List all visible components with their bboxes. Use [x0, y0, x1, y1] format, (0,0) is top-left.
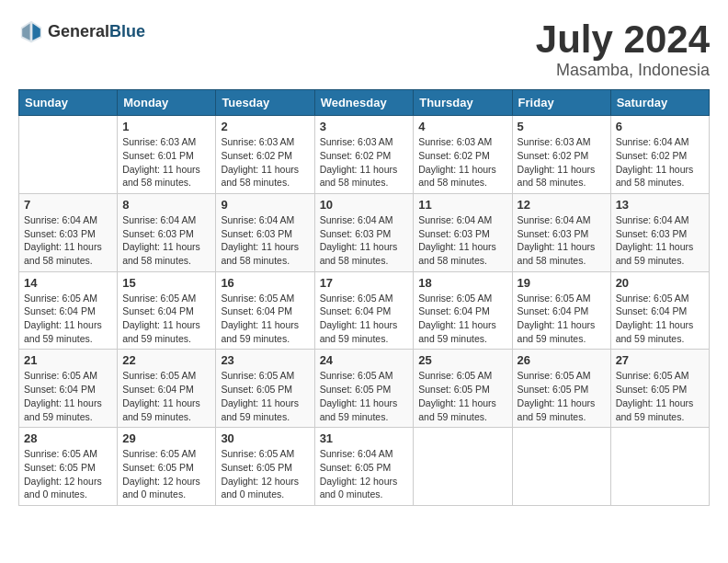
day-number: 30 — [221, 431, 309, 445]
calendar-week-row: 21Sunrise: 6:05 AM Sunset: 6:04 PM Dayli… — [19, 350, 710, 428]
calendar-cell: 22Sunrise: 6:05 AM Sunset: 6:04 PM Dayli… — [118, 350, 216, 428]
day-info: Sunrise: 6:05 AM Sunset: 6:05 PM Dayligh… — [320, 369, 409, 423]
calendar-cell: 25Sunrise: 6:05 AM Sunset: 6:05 PM Dayli… — [414, 350, 512, 428]
day-info: Sunrise: 6:05 AM Sunset: 6:05 PM Dayligh… — [122, 447, 210, 501]
day-number: 1 — [122, 120, 210, 133]
day-number: 15 — [122, 276, 210, 290]
day-number: 10 — [320, 198, 409, 212]
weekday-header-wednesday: Wednesday — [314, 90, 414, 116]
calendar-cell: 27Sunrise: 6:05 AM Sunset: 6:05 PM Dayli… — [610, 350, 709, 428]
day-number: 7 — [24, 198, 112, 212]
day-info: Sunrise: 6:05 AM Sunset: 6:05 PM Dayligh… — [221, 447, 309, 501]
calendar-cell: 26Sunrise: 6:05 AM Sunset: 6:05 PM Dayli… — [512, 350, 610, 428]
calendar-cell: 18Sunrise: 6:05 AM Sunset: 6:04 PM Dayli… — [414, 271, 512, 350]
day-number: 17 — [320, 276, 409, 290]
day-info: Sunrise: 6:03 AM Sunset: 6:02 PM Dayligh… — [221, 135, 309, 190]
calendar-cell: 21Sunrise: 6:05 AM Sunset: 6:04 PM Dayli… — [19, 350, 118, 428]
day-number: 13 — [616, 198, 704, 212]
weekday-header-sunday: Sunday — [19, 90, 118, 116]
calendar-week-row: 1Sunrise: 6:03 AM Sunset: 6:01 PM Daylig… — [19, 116, 710, 194]
day-number: 22 — [122, 353, 210, 367]
calendar-cell: 23Sunrise: 6:05 AM Sunset: 6:05 PM Dayli… — [216, 350, 314, 428]
day-number: 2 — [221, 120, 309, 133]
day-number: 25 — [418, 353, 506, 367]
day-number: 26 — [518, 353, 606, 367]
day-number: 16 — [221, 276, 309, 290]
calendar-cell: 15Sunrise: 6:05 AM Sunset: 6:04 PM Dayli… — [118, 271, 216, 350]
month-title: July 2024 — [536, 18, 710, 61]
calendar-cell: 20Sunrise: 6:05 AM Sunset: 6:04 PM Dayli… — [610, 271, 709, 350]
calendar-cell: 11Sunrise: 6:04 AM Sunset: 6:03 PM Dayli… — [414, 193, 512, 271]
day-number: 4 — [418, 120, 506, 133]
day-info: Sunrise: 6:03 AM Sunset: 6:02 PM Dayligh… — [418, 135, 506, 190]
day-info: Sunrise: 6:05 AM Sunset: 6:04 PM Dayligh… — [221, 292, 309, 346]
day-number: 23 — [221, 353, 309, 367]
calendar-cell: 6Sunrise: 6:04 AM Sunset: 6:02 PM Daylig… — [610, 116, 709, 194]
day-number: 31 — [320, 431, 409, 445]
day-info: Sunrise: 6:04 AM Sunset: 6:05 PM Dayligh… — [320, 447, 409, 501]
logo: GeneralBlue — [18, 18, 145, 44]
weekday-header-monday: Monday — [118, 90, 216, 116]
day-number: 27 — [616, 353, 704, 367]
logo-blue: Blue — [109, 22, 145, 40]
calendar-cell: 17Sunrise: 6:05 AM Sunset: 6:04 PM Dayli… — [314, 271, 414, 350]
day-info: Sunrise: 6:05 AM Sunset: 6:04 PM Dayligh… — [616, 292, 704, 346]
day-info: Sunrise: 6:05 AM Sunset: 6:05 PM Dayligh… — [418, 369, 506, 423]
day-info: Sunrise: 6:05 AM Sunset: 6:05 PM Dayligh… — [616, 369, 704, 423]
day-info: Sunrise: 6:03 AM Sunset: 6:02 PM Dayligh… — [320, 135, 409, 190]
title-section: July 2024 Masamba, Indonesia — [536, 18, 710, 80]
day-info: Sunrise: 6:03 AM Sunset: 6:02 PM Dayligh… — [518, 135, 606, 190]
calendar-cell: 24Sunrise: 6:05 AM Sunset: 6:05 PM Dayli… — [314, 350, 414, 428]
calendar-cell: 16Sunrise: 6:05 AM Sunset: 6:04 PM Dayli… — [216, 271, 314, 350]
day-number: 19 — [518, 276, 606, 290]
weekday-header-row: SundayMondayTuesdayWednesdayThursdayFrid… — [19, 90, 710, 116]
day-info: Sunrise: 6:04 AM Sunset: 6:03 PM Dayligh… — [418, 213, 506, 268]
day-info: Sunrise: 6:04 AM Sunset: 6:02 PM Dayligh… — [616, 135, 704, 190]
calendar-cell: 4Sunrise: 6:03 AM Sunset: 6:02 PM Daylig… — [414, 116, 512, 194]
day-info: Sunrise: 6:05 AM Sunset: 6:05 PM Dayligh… — [518, 369, 606, 423]
calendar-body: 1Sunrise: 6:03 AM Sunset: 6:01 PM Daylig… — [19, 116, 710, 506]
calendar-cell: 10Sunrise: 6:04 AM Sunset: 6:03 PM Dayli… — [314, 193, 414, 271]
day-info: Sunrise: 6:05 AM Sunset: 6:04 PM Dayligh… — [518, 292, 606, 346]
weekday-header-thursday: Thursday — [414, 90, 512, 116]
weekday-header-friday: Friday — [512, 90, 610, 116]
weekday-header-tuesday: Tuesday — [216, 90, 314, 116]
day-number: 8 — [122, 198, 210, 212]
day-number: 6 — [616, 120, 704, 133]
logo-icon — [18, 18, 44, 44]
day-info: Sunrise: 6:04 AM Sunset: 6:03 PM Dayligh… — [616, 213, 704, 268]
day-number: 24 — [320, 353, 409, 367]
day-number: 28 — [24, 431, 112, 445]
calendar-cell: 12Sunrise: 6:04 AM Sunset: 6:03 PM Dayli… — [512, 193, 610, 271]
day-info: Sunrise: 6:03 AM Sunset: 6:01 PM Dayligh… — [122, 135, 210, 190]
calendar-cell — [512, 428, 610, 506]
calendar-cell — [19, 116, 118, 194]
day-info: Sunrise: 6:05 AM Sunset: 6:04 PM Dayligh… — [24, 369, 112, 423]
day-info: Sunrise: 6:04 AM Sunset: 6:03 PM Dayligh… — [221, 213, 309, 268]
day-info: Sunrise: 6:05 AM Sunset: 6:04 PM Dayligh… — [24, 292, 112, 346]
day-info: Sunrise: 6:04 AM Sunset: 6:03 PM Dayligh… — [320, 213, 409, 268]
day-number: 20 — [616, 276, 704, 290]
calendar-cell: 30Sunrise: 6:05 AM Sunset: 6:05 PM Dayli… — [216, 428, 314, 506]
page-header: GeneralBlue July 2024 Masamba, Indonesia — [18, 18, 710, 80]
calendar-cell: 5Sunrise: 6:03 AM Sunset: 6:02 PM Daylig… — [512, 116, 610, 194]
day-number: 29 — [122, 431, 210, 445]
day-info: Sunrise: 6:04 AM Sunset: 6:03 PM Dayligh… — [24, 213, 112, 268]
calendar-cell: 7Sunrise: 6:04 AM Sunset: 6:03 PM Daylig… — [19, 193, 118, 271]
day-info: Sunrise: 6:04 AM Sunset: 6:03 PM Dayligh… — [122, 213, 210, 268]
logo-text: GeneralBlue — [48, 22, 145, 41]
day-info: Sunrise: 6:05 AM Sunset: 6:04 PM Dayligh… — [418, 292, 506, 346]
calendar-cell: 1Sunrise: 6:03 AM Sunset: 6:01 PM Daylig… — [118, 116, 216, 194]
day-info: Sunrise: 6:05 AM Sunset: 6:04 PM Dayligh… — [122, 292, 210, 346]
day-number: 21 — [24, 353, 112, 367]
day-info: Sunrise: 6:05 AM Sunset: 6:05 PM Dayligh… — [24, 447, 112, 501]
location-title: Masamba, Indonesia — [536, 61, 710, 80]
day-number: 14 — [24, 276, 112, 290]
calendar-cell: 29Sunrise: 6:05 AM Sunset: 6:05 PM Dayli… — [118, 428, 216, 506]
calendar-cell: 8Sunrise: 6:04 AM Sunset: 6:03 PM Daylig… — [118, 193, 216, 271]
calendar-cell: 13Sunrise: 6:04 AM Sunset: 6:03 PM Dayli… — [610, 193, 709, 271]
calendar-cell: 19Sunrise: 6:05 AM Sunset: 6:04 PM Dayli… — [512, 271, 610, 350]
calendar-cell — [414, 428, 512, 506]
day-number: 18 — [418, 276, 506, 290]
logo-general: General — [48, 22, 109, 40]
